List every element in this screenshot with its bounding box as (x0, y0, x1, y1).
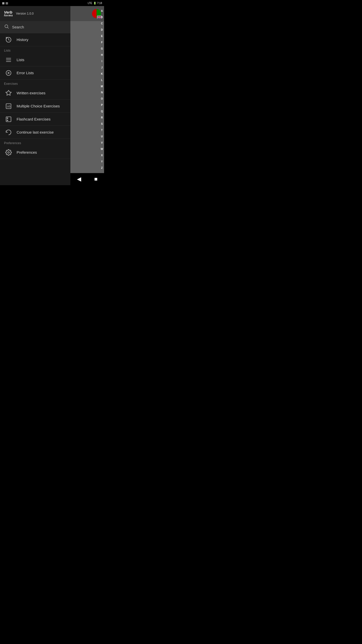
version-label: Version 1.0.0 (16, 12, 34, 15)
alpha-Z[interactable]: Z (101, 167, 103, 169)
alpha-K[interactable]: K (101, 73, 103, 75)
written-exercises-label: Written exercises (17, 91, 46, 95)
alpha-I[interactable]: I (102, 60, 102, 63)
written-icon (4, 89, 13, 98)
sim-icon: ▤ (6, 2, 8, 5)
svg-point-13 (7, 120, 8, 120)
written-exercises-item[interactable]: Written exercises (0, 87, 70, 100)
alpha-B[interactable]: B (101, 16, 103, 19)
bottom-nav: ◀ ■ (70, 173, 104, 185)
alpha-E[interactable]: E (101, 35, 103, 37)
main-content: A B C D E F G H I J K L M N O P Q R S T … (70, 6, 104, 185)
alpha-Q[interactable]: Q (101, 110, 103, 113)
sidebar: Verb forms Version 1.0.0 Search (0, 6, 70, 185)
continue-icon (4, 128, 13, 137)
flashcard-icon (4, 115, 13, 124)
search-label: Search (12, 25, 24, 29)
alpha-V[interactable]: V (101, 142, 103, 144)
alpha-J[interactable]: J (101, 66, 103, 69)
search-row[interactable]: Search (0, 21, 70, 33)
mc-icon: ab (4, 102, 13, 111)
preferences-item[interactable]: Preferences (0, 146, 70, 159)
logo-forms: forms (4, 14, 13, 17)
signal-label: LTE (88, 2, 92, 5)
app-logo: Verb forms (4, 10, 13, 17)
alpha-D[interactable]: D (101, 29, 103, 31)
home-button[interactable]: ■ (88, 174, 104, 184)
alpha-M[interactable]: M (101, 85, 103, 88)
settings-icon (4, 148, 13, 157)
alpha-O[interactable]: O (101, 98, 103, 100)
history-label: History (17, 37, 28, 42)
alphabet-index[interactable]: A B C D E F G H I J K L M N O P Q R S T … (101, 6, 103, 173)
alpha-P[interactable]: P (101, 104, 103, 106)
alpha-W[interactable]: W (101, 148, 103, 150)
phone-icon: ▦ (2, 2, 5, 5)
sidebar-header: Verb forms Version 1.0.0 (0, 6, 70, 21)
alpha-G[interactable]: G (101, 48, 103, 50)
mc-exercises-label: Multiple Choice Exercises (17, 104, 60, 108)
language-selector[interactable] (92, 9, 101, 18)
alpha-R[interactable]: R (101, 116, 103, 119)
logo-verb: Verb (4, 10, 12, 14)
status-bar: ▦ ▤ LTE 🔋 7:18 (0, 0, 104, 6)
overlay (70, 6, 104, 185)
preferences-label: Preferences (17, 150, 37, 154)
alpha-H[interactable]: H (101, 54, 103, 56)
section-lists: Lists (0, 46, 70, 53)
flashcard-exercises-item[interactable]: Flashcard Exercises (0, 113, 70, 126)
alpha-F[interactable]: F (101, 41, 103, 44)
lists-item[interactable]: Lists (0, 53, 70, 66)
back-button[interactable]: ◀ (71, 174, 87, 184)
continue-last-label: Continue last exercise (17, 130, 54, 134)
svg-text:ab: ab (7, 105, 11, 108)
alpha-S[interactable]: S (101, 123, 103, 125)
mc-exercises-item[interactable]: ab Multiple Choice Exercises (0, 100, 70, 113)
section-exercises: Exercises (0, 79, 70, 87)
continue-last-item[interactable]: Continue last exercise (0, 126, 70, 139)
svg-point-14 (8, 151, 10, 153)
history-icon (4, 35, 13, 44)
alpha-C[interactable]: C (101, 22, 103, 25)
battery-icon: 🔋 (93, 2, 96, 5)
section-preferences: Preferences (0, 139, 70, 146)
alpha-X[interactable]: X (101, 154, 103, 157)
svg-point-12 (7, 118, 8, 118)
list-icon (4, 55, 13, 64)
status-left: ▦ ▤ (2, 2, 8, 5)
alpha-T[interactable]: T (101, 129, 103, 132)
history-item[interactable]: History (0, 33, 70, 46)
search-icon (4, 24, 9, 30)
lists-label: Lists (17, 58, 24, 62)
status-right: LTE 🔋 7:18 (88, 2, 102, 5)
error-lists-item[interactable]: Error Lists (0, 66, 70, 79)
alpha-L[interactable]: L (101, 79, 103, 82)
flashcard-exercises-label: Flashcard Exercises (17, 117, 51, 121)
alpha-A[interactable]: A (101, 10, 103, 12)
alpha-U[interactable]: U (101, 135, 103, 138)
alpha-N[interactable]: N (101, 91, 103, 94)
alpha-Y[interactable]: Y (101, 160, 103, 163)
svg-rect-11 (6, 117, 11, 122)
error-icon (4, 68, 13, 77)
svg-line-1 (8, 27, 9, 29)
error-lists-label: Error Lists (17, 71, 34, 75)
time-label: 7:18 (97, 2, 102, 5)
svg-point-0 (5, 25, 8, 28)
